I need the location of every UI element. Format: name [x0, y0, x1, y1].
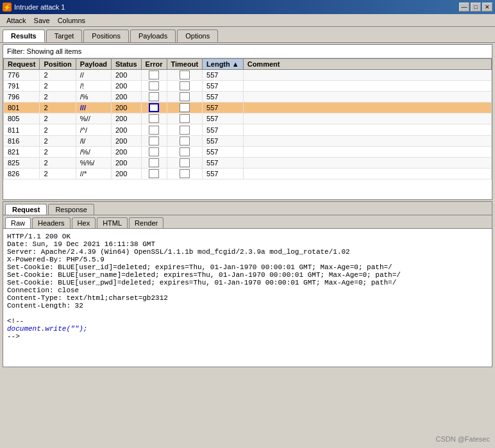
sub-tabs: Request Response	[3, 202, 492, 215]
sub-tab-request[interactable]: Request	[5, 204, 47, 215]
menu-columns[interactable]: Columns	[54, 15, 89, 26]
timeout-checkbox[interactable]	[180, 92, 190, 101]
col-position[interactable]: Position	[40, 59, 76, 70]
title-bar: ⚡ Intruder attack 1 — □ ✕	[0, 0, 495, 14]
col-payload[interactable]: Payload	[76, 59, 111, 70]
inner-tab-html[interactable]: HTML	[97, 217, 128, 228]
timeout-checkbox[interactable]	[180, 169, 190, 178]
timeout-checkbox[interactable]	[180, 158, 190, 167]
menu-attack[interactable]: Attack	[3, 15, 30, 26]
table-row[interactable]: 8162/l/200557	[4, 135, 492, 146]
col-request[interactable]: Request	[4, 59, 40, 70]
error-checkbox[interactable]	[149, 169, 159, 178]
table-row[interactable]: 8212/%/200557	[4, 146, 492, 157]
error-checkbox[interactable]	[149, 81, 159, 90]
table-row[interactable]: 7912/!200557	[4, 81, 492, 92]
inner-tab-raw[interactable]: Raw	[5, 217, 31, 228]
col-error[interactable]: Error	[141, 59, 167, 70]
table-row[interactable]: 8252%%/200557	[4, 157, 492, 168]
window-title: Intruder attack 1	[14, 3, 65, 11]
main-tabs: Results Target Positions Payloads Option…	[0, 27, 495, 43]
watermark: CSDN @Fatesec	[435, 435, 490, 443]
inner-tab-hex[interactable]: Hex	[72, 217, 96, 228]
timeout-checkbox[interactable]	[180, 71, 190, 79]
results-panel: Filter: Showing all items Request Positi…	[3, 44, 492, 200]
menu-save[interactable]: Save	[30, 15, 54, 26]
error-checkbox[interactable]	[149, 158, 159, 167]
timeout-checkbox[interactable]	[180, 126, 190, 135]
table-row[interactable]: 8052%//200557	[4, 113, 492, 124]
error-checkbox[interactable]	[149, 103, 159, 112]
filter-text: Filter: Showing all items	[7, 47, 81, 55]
timeout-checkbox[interactable]	[180, 147, 190, 156]
response-content-area[interactable]: HTTP/1.1 200 OK Date: Sun, 19 Dec 2021 1…	[3, 229, 492, 367]
app-icon: ⚡	[3, 3, 12, 12]
timeout-checkbox[interactable]	[180, 114, 190, 123]
table-header-row: Request Position Payload Status Error Ti…	[4, 59, 492, 70]
close-button[interactable]: ✕	[482, 3, 492, 12]
timeout-checkbox[interactable]	[180, 137, 190, 145]
table-row[interactable]: 7962/%200557	[4, 92, 492, 103]
error-checkbox[interactable]	[149, 114, 159, 123]
error-checkbox[interactable]	[149, 137, 159, 145]
inner-tabs: Raw Headers Hex HTML Render	[3, 215, 492, 229]
results-table-container[interactable]: Request Position Payload Status Error Ti…	[3, 58, 492, 199]
maximize-button[interactable]: □	[471, 3, 481, 12]
tab-positions[interactable]: Positions	[83, 29, 129, 42]
timeout-checkbox[interactable]	[180, 81, 190, 90]
tab-options[interactable]: Options	[177, 29, 218, 42]
table-row[interactable]: 8262//*200557	[4, 168, 492, 179]
tab-results[interactable]: Results	[3, 29, 45, 42]
error-checkbox[interactable]	[149, 147, 159, 156]
timeout-checkbox[interactable]	[180, 103, 190, 112]
col-comment[interactable]: Comment	[243, 59, 491, 70]
sub-tab-response[interactable]: Response	[48, 204, 94, 215]
col-timeout[interactable]: Timeout	[167, 59, 203, 70]
results-table: Request Position Payload Status Error Ti…	[3, 58, 492, 179]
window-controls: — □ ✕	[459, 3, 492, 12]
inner-tab-headers[interactable]: Headers	[32, 217, 71, 228]
menu-bar: Attack Save Columns	[0, 14, 495, 27]
minimize-button[interactable]: —	[459, 3, 469, 12]
table-body: 7762//2005577912/!2005577962/%2005578012…	[4, 70, 492, 179]
table-row[interactable]: 8112/^/200557	[4, 124, 492, 135]
table-row[interactable]: 7762//200557	[4, 70, 492, 81]
table-row[interactable]: 8012///200557	[4, 103, 492, 113]
col-length[interactable]: Length ▲	[203, 59, 244, 70]
error-checkbox[interactable]	[149, 92, 159, 101]
col-status[interactable]: Status	[111, 59, 141, 70]
error-checkbox[interactable]	[149, 126, 159, 135]
inner-tab-render[interactable]: Render	[129, 217, 164, 228]
tab-payloads[interactable]: Payloads	[130, 29, 176, 42]
tab-target[interactable]: Target	[46, 29, 83, 42]
error-checkbox[interactable]	[149, 71, 159, 79]
filter-bar: Filter: Showing all items	[3, 45, 492, 58]
bottom-panel: Request Response Raw Headers Hex HTML Re…	[3, 201, 492, 367]
